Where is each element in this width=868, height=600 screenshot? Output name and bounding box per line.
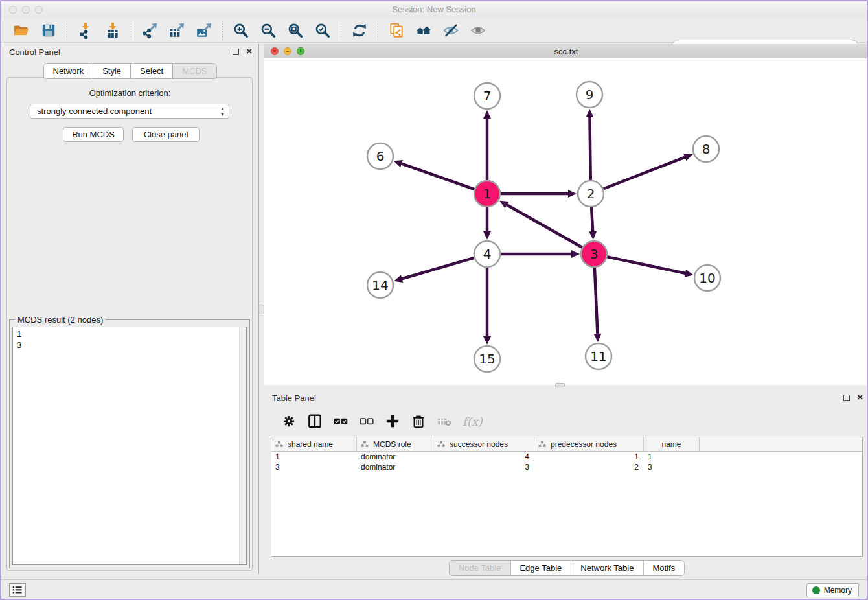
column-header-shared-name[interactable]: shared name [271, 437, 357, 451]
run-mcds-button[interactable]: Run MCDS [63, 127, 124, 142]
select-all-checkboxes-icon[interactable] [331, 412, 350, 430]
column-header-predecessor-nodes[interactable]: predecessor nodes [534, 437, 644, 451]
tab-edge-table[interactable]: Edge Table [510, 561, 571, 575]
edge-arrowhead [483, 231, 491, 240]
table-settings-icon[interactable] [279, 412, 299, 430]
mcds-result-group: MCDS result (2 nodes) 13 [9, 319, 250, 568]
save-session-icon[interactable] [39, 21, 58, 40]
table-panel-title: Table Panel [272, 393, 316, 403]
application-window: Session: New Session [0, 0, 868, 600]
table-cell: dominator [357, 452, 433, 462]
column-header-label: name [661, 440, 681, 449]
copy-network-icon[interactable] [387, 21, 406, 40]
deselect-checkboxes-icon[interactable] [357, 412, 376, 430]
import-table-icon[interactable] [103, 21, 122, 40]
column-hierarchy-icon [437, 441, 445, 448]
network-canvas[interactable]: 1234678910111415 [264, 58, 868, 385]
export-image-icon[interactable] [194, 21, 214, 40]
table-row[interactable]: 1dominator411 [271, 452, 862, 462]
delete-column-icon[interactable] [409, 412, 428, 430]
memory-label: Memory [824, 586, 852, 595]
close-panel-button[interactable]: Close panel [132, 127, 200, 142]
float-panel-icon[interactable] [843, 395, 850, 401]
graph-edge-2-8[interactable] [603, 157, 685, 189]
optimization-criterion-select[interactable]: strongly connected component ▲▼ [30, 104, 229, 119]
main-toolbar [1, 18, 867, 43]
memory-status-icon [812, 586, 820, 594]
edge-arrowhead [568, 190, 577, 198]
function-builder-icon[interactable]: f(x) [463, 415, 483, 428]
export-table-icon[interactable] [167, 21, 187, 40]
dropdown-stepper-icon: ▲▼ [220, 106, 225, 117]
edge-arrowhead [394, 160, 403, 167]
tab-network[interactable]: Network [43, 64, 93, 78]
task-history-button[interactable] [9, 583, 26, 597]
mcds-result-list[interactable]: 13 [12, 327, 247, 565]
network-window-title: scc.txt [264, 47, 868, 56]
split-panel-icon[interactable] [305, 412, 325, 430]
toolbar-separator [131, 21, 131, 40]
column-header-label: MCDS role [373, 440, 411, 449]
table-row[interactable]: 3dominator323 [271, 462, 862, 472]
zoom-in-icon[interactable] [231, 21, 251, 40]
vertical-splitter-handle[interactable] [258, 305, 264, 314]
network-graph[interactable]: 1234678910111415 [264, 58, 867, 384]
column-header-label: predecessor nodes [551, 440, 617, 449]
tab-select[interactable]: Select [131, 64, 173, 78]
zoom-fit-icon[interactable] [286, 21, 305, 40]
close-panel-icon[interactable]: × [857, 391, 863, 402]
control-panel-tabs: NetworkStyleSelectMCDS [43, 63, 216, 79]
column-header-name[interactable]: name [644, 437, 700, 451]
node-label: 1 [483, 186, 492, 202]
open-session-icon[interactable] [12, 21, 31, 40]
table-panel-tabs: Node TableEdge TableNetwork TableMotifs [449, 560, 685, 576]
column-header-label: successor nodes [450, 440, 508, 449]
network-view-window: × – + scc.txt 1234678910111415 [264, 44, 868, 385]
show-all-icon[interactable] [468, 21, 488, 40]
edge-arrowhead [586, 109, 593, 117]
float-panel-icon[interactable] [233, 49, 239, 55]
hide-selected-icon[interactable] [441, 21, 461, 40]
horizontal-splitter-handle[interactable] [555, 383, 565, 387]
graph-edge-2-9[interactable] [589, 117, 590, 181]
home-layout-icon[interactable] [414, 21, 433, 40]
tab-mcds[interactable]: MCDS [173, 64, 216, 78]
edge-arrowhead [589, 231, 597, 240]
tab-node-table[interactable]: Node Table [450, 561, 511, 575]
graph-edge-3-11[interactable] [595, 267, 598, 334]
tab-network-table[interactable]: Network Table [571, 561, 643, 575]
memory-button[interactable]: Memory [806, 583, 859, 597]
export-network-icon[interactable] [140, 21, 159, 40]
title-bar: Session: New Session [1, 1, 867, 18]
column-header-MCDS-role[interactable]: MCDS role [357, 437, 433, 451]
graph-edge-3-10[interactable] [607, 257, 685, 273]
graph-edge-1-6[interactable] [402, 164, 475, 190]
node-table[interactable]: shared nameMCDS rolesuccessor nodesprede… [271, 437, 863, 557]
table-panel: Table Panel × [264, 390, 868, 579]
graph-edge-2-3[interactable] [591, 207, 593, 231]
result-line: 3 [17, 340, 246, 351]
optimization-criterion-label: Optimization criterion: [1, 88, 258, 98]
control-panel-title: Control Panel [9, 47, 60, 57]
graph-edge-3-1[interactable] [507, 205, 582, 248]
node-label: 9 [586, 87, 594, 102]
graph-edge-4-14[interactable] [402, 258, 475, 279]
close-panel-icon[interactable]: × [246, 45, 252, 56]
network-window-titlebar: × – + scc.txt [264, 44, 868, 58]
scrollbar-track[interactable] [239, 327, 246, 564]
zoom-selected-icon[interactable] [313, 21, 332, 40]
edge-arrowhead [685, 270, 694, 277]
import-network-icon[interactable] [76, 21, 95, 40]
edge-arrowhead [593, 334, 601, 342]
toolbar-separator [222, 21, 223, 40]
refresh-view-icon[interactable] [350, 21, 369, 40]
add-column-icon[interactable] [383, 412, 402, 430]
table-header-row: shared nameMCDS rolesuccessor nodesprede… [271, 437, 862, 452]
column-header-successor-nodes[interactable]: successor nodes [433, 437, 534, 451]
table-cell: 3 [433, 462, 534, 472]
tab-motifs[interactable]: Motifs [643, 561, 684, 575]
delete-table-icon[interactable] [435, 412, 454, 430]
table-cell: 1 [644, 452, 700, 462]
tab-style[interactable]: Style [93, 64, 131, 78]
zoom-out-icon[interactable] [258, 21, 278, 40]
